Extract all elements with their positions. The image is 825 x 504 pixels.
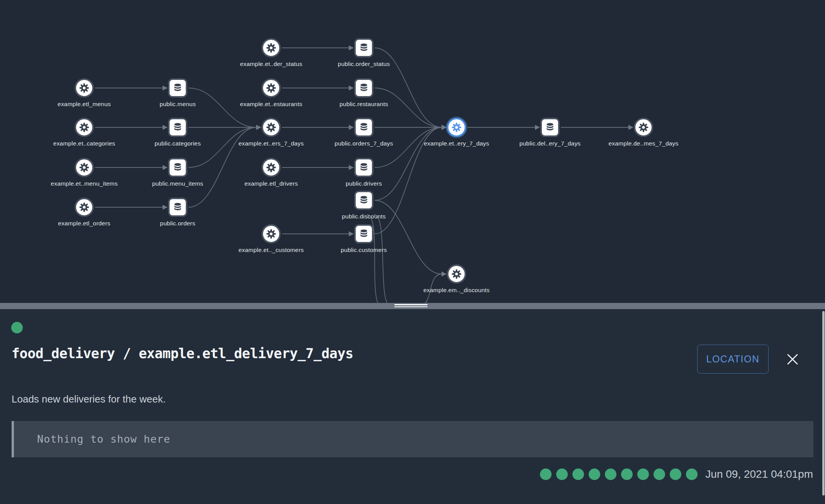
run-status-dot[interactable] (605, 468, 616, 480)
node-label: example.et.._customers (221, 247, 321, 254)
node-label: example.et..categories (34, 140, 134, 147)
gear-icon (265, 42, 277, 54)
lineage-graph: example.etl_menus public.menus example.e… (0, 0, 825, 309)
run-status-dot[interactable] (654, 468, 665, 480)
table-node-icon[interactable] (168, 78, 187, 98)
gear-icon (78, 161, 90, 174)
node-label: public.order_status (314, 61, 414, 68)
op-node-icon[interactable] (261, 78, 281, 98)
graph-node-orders[interactable]: public.orders (127, 198, 228, 227)
graph-node-restaurants[interactable]: public.restaurants (314, 78, 414, 108)
graph-node-menu_items[interactable]: public.menu_items (127, 158, 228, 187)
node-label: public.orders (127, 220, 228, 227)
graph-node-discounts[interactable]: public.discounts (314, 191, 414, 220)
node-label: example.etl_drivers (221, 180, 321, 187)
graph-node-menus[interactable]: public.menus (127, 78, 228, 108)
divider-drag-handle[interactable] (394, 304, 428, 308)
detail-panel: food_delivery / example.etl_delivery_7_d… (0, 309, 825, 504)
graph-node-order_status[interactable]: public.order_status (314, 38, 414, 68)
run-status-dot[interactable] (589, 468, 600, 480)
op-node-icon[interactable] (261, 118, 281, 137)
graph-node-orders_7_days[interactable]: public.orders_7_days (314, 118, 414, 147)
graph-node-etl_orders[interactable]: example.etl_orders (34, 198, 134, 227)
graph-node-etl_drivers[interactable]: example.etl_drivers (221, 158, 321, 187)
op-node-icon[interactable] (75, 198, 94, 217)
graph-node-de_times_7_days[interactable]: example.de..mes_7_days (593, 118, 694, 147)
vertical-scrollbar[interactable] (822, 311, 825, 496)
run-status-dot[interactable] (686, 468, 698, 480)
database-icon (358, 161, 370, 174)
database-icon (358, 82, 370, 94)
graph-node-drivers[interactable]: public.drivers (314, 158, 414, 187)
run-status-dot[interactable] (572, 468, 584, 480)
gear-icon (78, 82, 90, 94)
gear-icon (265, 228, 277, 240)
asset-description: Loads new deliveries for the week. (12, 393, 166, 405)
recent-runs-row: Jun 09, 2021 04:01pm (535, 468, 813, 480)
node-label: public.menu_items (127, 180, 228, 187)
graph-node-etl_menus[interactable]: example.etl_menus (34, 78, 134, 108)
database-icon (358, 228, 370, 240)
table-node-icon[interactable] (354, 224, 373, 244)
op-node-icon[interactable] (447, 264, 466, 284)
run-timestamp: Jun 09, 2021 04:01pm (705, 468, 813, 480)
op-node-icon[interactable] (75, 158, 94, 177)
graph-node-em_discounts[interactable]: example.em.._discounts (406, 264, 507, 294)
run-status-dot[interactable] (637, 468, 649, 480)
graph-node-categories[interactable]: public.categories (127, 118, 228, 147)
run-status-dot[interactable] (621, 468, 633, 480)
run-status-dot[interactable] (670, 468, 681, 480)
table-node-icon[interactable] (354, 78, 373, 98)
op-node-icon[interactable] (75, 118, 94, 137)
op-node-icon[interactable] (261, 224, 281, 244)
op-node-icon[interactable] (75, 78, 94, 98)
table-node-icon[interactable] (354, 38, 373, 58)
database-icon (358, 121, 370, 134)
table-node-icon[interactable] (168, 198, 187, 217)
op-node-icon[interactable] (447, 118, 466, 137)
graph-node-etl_restaurants[interactable]: example.et..estaurants (221, 78, 321, 108)
table-node-icon[interactable] (354, 158, 373, 177)
graph-node-etl_orders_7_days[interactable]: example.et..ers_7_days (221, 118, 321, 147)
table-node-icon[interactable] (354, 191, 373, 210)
empty-state-message: Nothing to show here (37, 433, 813, 445)
op-node-icon[interactable] (634, 118, 653, 137)
database-icon (171, 121, 184, 134)
node-label: example.et..estaurants (221, 101, 321, 108)
graph-node-etl_customers[interactable]: example.et.._customers (221, 224, 321, 254)
gear-icon (265, 121, 277, 134)
table-node-icon[interactable] (168, 118, 187, 137)
database-icon (171, 82, 184, 94)
database-icon (171, 201, 184, 213)
node-label: example.etl_orders (34, 220, 134, 227)
node-label: example.et..ery_7_days (406, 140, 507, 147)
node-label: public.restaurants (314, 101, 414, 108)
graph-node-etl_delivery_7_days[interactable]: example.et..ery_7_days (406, 118, 507, 147)
empty-state-box: Nothing to show here (12, 421, 813, 457)
run-status-dot[interactable] (556, 468, 568, 480)
close-icon[interactable] (785, 352, 800, 367)
run-status-dot[interactable] (540, 468, 552, 480)
table-node-icon[interactable] (168, 158, 187, 177)
node-label: public.orders_7_days (314, 140, 414, 147)
gear-icon (450, 121, 463, 134)
location-button[interactable]: LOCATION (697, 345, 769, 374)
status-dot (11, 322, 23, 333)
table-node-icon[interactable] (540, 118, 560, 137)
graph-node-etl_categories[interactable]: example.et..categories (34, 118, 134, 147)
node-label: example.de..mes_7_days (593, 140, 694, 147)
table-node-icon[interactable] (354, 118, 373, 137)
node-label: public.categories (127, 140, 228, 147)
node-label: public.drivers (314, 180, 414, 187)
graph-node-etl_order_status[interactable]: example.et..der_status (221, 38, 321, 68)
node-label: example.etl_menus (34, 101, 134, 108)
op-node-icon[interactable] (261, 158, 281, 177)
graph-node-etl_menu_items[interactable]: example.et..menu_items (34, 158, 134, 187)
graph-node-customers[interactable]: public.customers (314, 224, 414, 254)
gear-icon (450, 268, 463, 280)
node-label: example.em.._discounts (406, 287, 507, 294)
database-icon (358, 194, 370, 206)
app-window: example.etl_menus public.menus example.e… (0, 0, 825, 504)
graph-node-del_delivery_7_days[interactable]: public.del..ery_7_days (500, 118, 600, 147)
op-node-icon[interactable] (261, 38, 281, 58)
